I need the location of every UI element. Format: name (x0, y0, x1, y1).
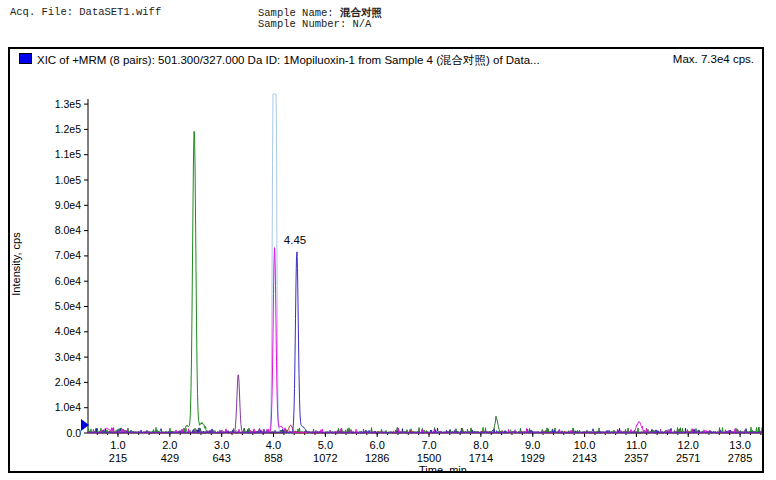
x-tick-label-scans: 2785 (728, 452, 752, 464)
chromatogram-canvas[interactable]: 0.01.0e42.0e43.0e44.0e45.0e46.0e47.0e48.… (10, 49, 762, 471)
x-tick-label-scans: 2143 (572, 452, 596, 464)
x-tick-label-scans: 215 (109, 452, 127, 464)
x-tick-label-minutes: 8.0 (473, 439, 488, 451)
acq-file-label: Acq. File: DataSET1.wiff (10, 6, 161, 18)
x-tick-label-minutes: 1.0 (110, 439, 125, 451)
x-tick-label-minutes: 9.0 (525, 439, 540, 451)
x-tick-label-minutes: 6.0 (370, 439, 385, 451)
x-tick-label-minutes: 5.0 (318, 439, 333, 451)
y-tick-label: 9.0e4 (55, 199, 81, 211)
x-tick-label-scans: 1072 (313, 452, 337, 464)
x-tick-label-minutes: 3.0 (214, 439, 229, 451)
green-trace[interactable] (88, 131, 762, 433)
y-tick-label: 1.1e5 (55, 148, 81, 160)
x-tick-label-minutes: 11.0 (626, 439, 647, 451)
magenta-trace[interactable] (88, 248, 762, 433)
x-tick-label-minutes: 4.0 (266, 439, 281, 451)
y-tick-label: 2.0e4 (55, 376, 81, 388)
x-tick-label-scans: 1286 (365, 452, 389, 464)
y-tick-label: 8.0e4 (55, 224, 81, 236)
sample-number-key: Sample Number: (258, 18, 353, 30)
max-intensity-label: Max. 7.3e4 cps. (673, 53, 754, 65)
y-tick-label: 6.0e4 (55, 275, 81, 287)
sample-number-value: N/A (353, 18, 372, 30)
y-tick-label: 1.0e4 (55, 401, 81, 413)
blue-violet-trace[interactable] (88, 252, 762, 433)
x-tick-label-minutes: 7.0 (421, 439, 436, 451)
peak-label-4-45: 4.45 (284, 234, 306, 246)
purple-trace[interactable] (88, 375, 762, 433)
y-tick-label: 1.3e5 (55, 98, 81, 110)
x-tick-label-minutes: 12.0 (678, 439, 699, 451)
y-tick-label: 3.0e4 (55, 351, 81, 363)
x-tick-label-scans: 2571 (676, 452, 700, 464)
x-tick-label-scans: 1500 (417, 452, 441, 464)
y-tick-label: 0.0 (66, 427, 81, 439)
chromatogram-panel[interactable]: 0.01.0e42.0e43.0e44.0e45.0e46.0e47.0e48.… (8, 47, 764, 473)
sample-number-label: Sample Number: N/A (258, 18, 371, 30)
x-tick-label-minutes: 2.0 (162, 439, 177, 451)
x-tick-label-scans: 1714 (469, 452, 493, 464)
y-tick-label: 7.0e4 (55, 249, 81, 261)
y-tick-label: 1.0e5 (55, 174, 81, 186)
x-tick-label-scans: 1929 (520, 452, 544, 464)
x-tick-label-scans: 643 (213, 452, 231, 464)
y-tick-label: 4.0e4 (55, 325, 81, 337)
x-tick-label-minutes: 10.0 (574, 439, 595, 451)
x-tick-label-scans: 2357 (624, 452, 648, 464)
active-trace-swatch-icon[interactable] (19, 53, 32, 64)
x-axis-title: Time, min (419, 464, 467, 471)
y-axis-title: Intensity, cps (10, 232, 22, 296)
panel-title: XIC of +MRM (8 pairs): 501.300/327.000 D… (37, 53, 540, 68)
x-tick-label-scans: 858 (264, 452, 282, 464)
panel-header: XIC of +MRM (8 pairs): 501.300/327.000 D… (10, 49, 762, 73)
y-tick-label: 1.2e5 (55, 123, 81, 135)
light-blue-trace[interactable] (88, 94, 762, 433)
x-tick-label-minutes: 13.0 (729, 439, 750, 451)
y-tick-label: 5.0e4 (55, 300, 81, 312)
x-tick-label-scans: 429 (161, 452, 179, 464)
